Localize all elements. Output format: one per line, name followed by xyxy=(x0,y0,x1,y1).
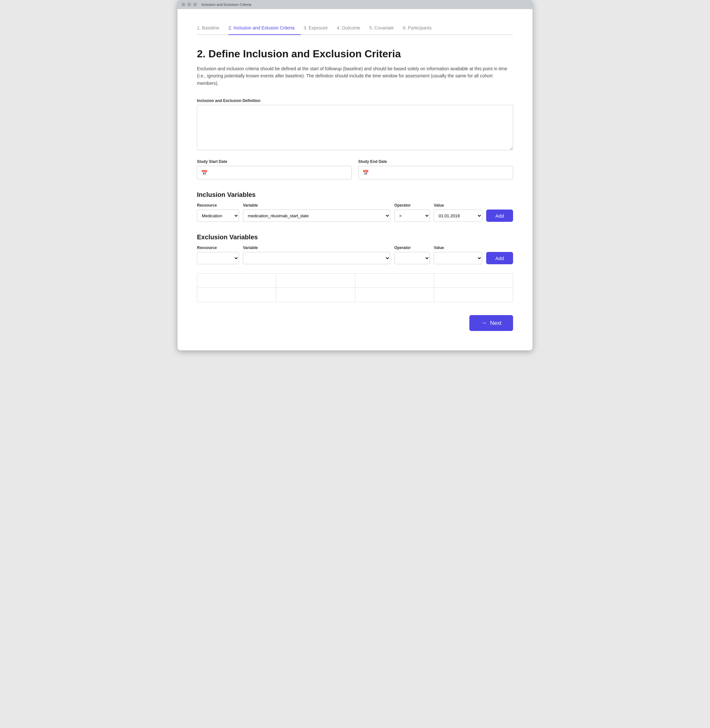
inclusion-operator-select[interactable]: > xyxy=(394,209,430,222)
application-window: Inclusion and Exclusion Criteria 1. Base… xyxy=(178,0,532,350)
next-button-label: Next xyxy=(490,320,502,327)
table-cell xyxy=(434,274,513,288)
study-start-date-wrapper: Study Start Date 📅 xyxy=(197,159,352,179)
footer-row: → Next xyxy=(197,315,513,331)
exclusion-add-button[interactable]: Add xyxy=(486,252,513,264)
inclusion-ressource-select[interactable]: Medication xyxy=(197,209,239,222)
tab-navigation: 1. Baseline 2. Inclusion and Exlusion Cr… xyxy=(197,22,513,35)
exclusion-ressource-label: Ressource xyxy=(197,246,239,250)
next-button[interactable]: → Next xyxy=(469,315,513,331)
tab-baseline[interactable]: 1. Baseline xyxy=(197,22,226,34)
traffic-light-2 xyxy=(187,3,191,6)
study-start-date-label: Study Start Date xyxy=(197,159,352,164)
traffic-light-3 xyxy=(193,3,197,6)
calendar-icon-end: 📅 xyxy=(362,170,369,176)
inclusion-variables-row: Ressource Medication Variable medication… xyxy=(197,203,513,222)
exclusion-value-select[interactable] xyxy=(434,252,482,264)
inclusion-value-label: Value xyxy=(434,203,482,208)
inclusion-exclusion-label: Inclusion and Exclusion Definition xyxy=(197,98,513,103)
inclusion-variable-wrapper: Variable medication_rituximab_start_date xyxy=(243,203,390,222)
criteria-table xyxy=(197,273,513,302)
inclusion-operator-label: Operator xyxy=(394,203,430,208)
inclusion-ressource-wrapper: Ressource Medication xyxy=(197,203,239,222)
inclusion-add-button[interactable]: Add xyxy=(486,209,513,222)
study-end-date-input[interactable]: 📅 xyxy=(358,166,513,179)
tab-participants[interactable]: 6. Participants xyxy=(403,22,438,34)
inclusion-ressource-label: Ressource xyxy=(197,203,239,208)
exclusion-value-label: Value xyxy=(434,246,482,250)
inclusion-variable-select[interactable]: medication_rituximab_start_date xyxy=(243,209,390,222)
page-description: Exclusion and inclusion criteria should … xyxy=(197,65,508,87)
exclusion-ressource-select[interactable] xyxy=(197,252,239,264)
inclusion-exclusion-textarea[interactable] xyxy=(197,105,513,150)
table-cell xyxy=(276,288,355,302)
date-fields-row: Study Start Date 📅 Study End Date 📅 xyxy=(197,159,513,179)
study-end-date-label: Study End Date xyxy=(358,159,513,164)
exclusion-variable-wrapper: Variable xyxy=(243,246,390,264)
exclusion-variables-title: Exclusion Variables xyxy=(197,233,513,241)
window-title: Inclusion and Exclusion Criteria xyxy=(201,3,251,6)
tab-exposure[interactable]: 3. Exposure xyxy=(304,22,334,34)
table-cell xyxy=(197,274,276,288)
exclusion-operator-select[interactable] xyxy=(394,252,430,264)
window-content: 1. Baseline 2. Inclusion and Exlusion Cr… xyxy=(178,9,532,350)
exclusion-ressource-wrapper: Ressource xyxy=(197,246,239,264)
main-area: 1. Baseline 2. Inclusion and Exlusion Cr… xyxy=(178,9,532,350)
inclusion-variables-title: Inclusion Variables xyxy=(197,191,513,199)
exclusion-variables-row: Ressource Variable Operator xyxy=(197,246,513,264)
table-cell xyxy=(197,288,276,302)
study-start-date-input[interactable]: 📅 xyxy=(197,166,352,179)
traffic-light-1 xyxy=(181,3,185,6)
inclusion-exclusion-field-wrapper: Inclusion and Exclusion Definition xyxy=(197,98,513,152)
inclusion-variable-label: Variable xyxy=(243,203,390,208)
exclusion-operator-wrapper: Operator xyxy=(394,246,430,264)
exclusion-variable-select[interactable] xyxy=(243,252,390,264)
exclusion-variable-label: Variable xyxy=(243,246,390,250)
table-cell xyxy=(355,274,434,288)
arrow-right-icon: → xyxy=(481,319,487,327)
study-end-date-wrapper: Study End Date 📅 xyxy=(358,159,513,179)
inclusion-value-wrapper: Value 01.01.2019 xyxy=(434,203,482,222)
calendar-icon-start: 📅 xyxy=(201,170,208,176)
table-row xyxy=(197,274,513,288)
table-cell xyxy=(355,288,434,302)
tab-covariate[interactable]: 5. Covariate xyxy=(369,22,400,34)
table-row xyxy=(197,288,513,302)
inclusion-operator-wrapper: Operator > xyxy=(394,203,430,222)
page-title: 2. Define Inclusion and Exclusion Criter… xyxy=(197,48,513,60)
table-cell xyxy=(276,274,355,288)
title-bar: Inclusion and Exclusion Criteria xyxy=(178,0,532,9)
exclusion-operator-label: Operator xyxy=(394,246,430,250)
inclusion-value-select[interactable]: 01.01.2019 xyxy=(434,209,482,222)
tab-inclusion-exclusion[interactable]: 2. Inclusion and Exlusion Criteria xyxy=(228,22,301,34)
table-cell xyxy=(434,288,513,302)
exclusion-value-wrapper: Value xyxy=(434,246,482,264)
tab-outcome[interactable]: 4. Outcome xyxy=(337,22,367,34)
